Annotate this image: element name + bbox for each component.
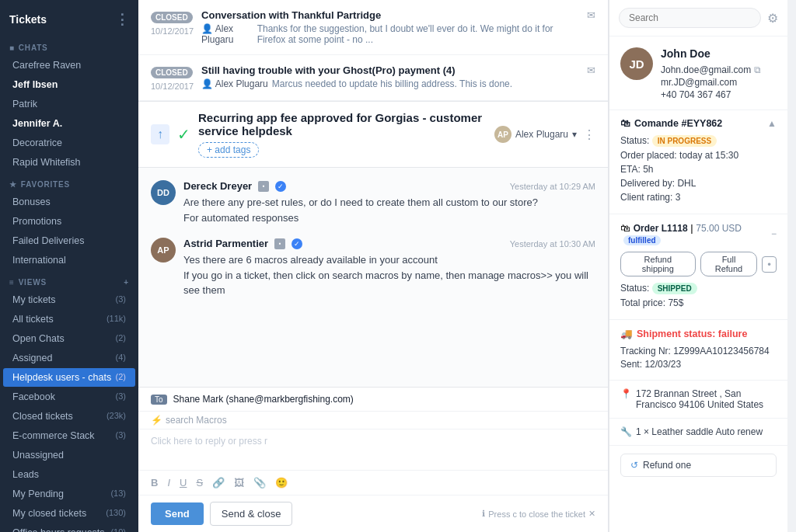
- bold-icon[interactable]: B: [151, 477, 158, 489]
- sidebar-header: Tickets ⋮: [0, 0, 138, 36]
- info-icon: ℹ: [482, 509, 485, 519]
- sidebar-view-item[interactable]: Office hours requests(10): [3, 523, 135, 532]
- refund-one-button[interactable]: ↺ Refund one: [620, 454, 777, 477]
- sent-field: Sent: 12/03/23: [620, 359, 777, 370]
- message-text: Are there any pre-set rules, or do I nee…: [183, 195, 595, 225]
- right-search: ⚙: [609, 0, 787, 37]
- chat-area: ↑ ✓ Recurring app fee approved for Gorgi…: [138, 102, 608, 532]
- italic-icon[interactable]: I: [167, 477, 170, 489]
- search-input[interactable]: [619, 8, 761, 28]
- address-text: 📍 172 Brannan Street , San Francisco 941…: [620, 388, 777, 410]
- sidebar-chat-item[interactable]: Patrik: [3, 95, 135, 113]
- sidebar-view-count: (3): [116, 294, 126, 304]
- compose-toolbar: B I U S 🔗 🖼 📎 🙂: [138, 470, 608, 495]
- sidebar-view-item[interactable]: My tickets(3): [3, 290, 135, 309]
- add-view-icon[interactable]: +: [124, 278, 129, 287]
- compose-to: To Shane Mark (shane@markbergfishing.com…: [138, 388, 608, 412]
- message-name: Astrid Parmentier: [183, 238, 268, 249]
- sidebar-chat-item[interactable]: Carefree Raven: [3, 56, 135, 75]
- link-icon[interactable]: 🔗: [212, 477, 225, 489]
- sidebar-favorite-item[interactable]: International: [3, 251, 135, 269]
- macros-search-label: search Macros: [166, 415, 227, 426]
- shipment-section: 🚚 Shipment status: failure Tracking Nr: …: [609, 320, 787, 381]
- copy-icon[interactable]: ⧉: [754, 64, 761, 75]
- sidebar-favorite-item[interactable]: Failed Deliveries: [3, 231, 135, 250]
- sidebar-chat-item[interactable]: Jeff Ibsen: [3, 75, 135, 94]
- ticket-status-badge: CLOSED: [151, 12, 193, 23]
- views-list: My tickets(3)All tickets(11k)Open Chats(…: [0, 290, 138, 532]
- message-avatar: AP: [151, 238, 176, 263]
- ticket-preview: Thanks for the suggestion, but I doubt w…: [257, 23, 579, 45]
- sidebar: Tickets ⋮ ■ CHATS Carefree RavenJeff Ibs…: [0, 0, 138, 532]
- sidebar-view-item[interactable]: My closed tickets(130): [3, 504, 135, 523]
- order1-header[interactable]: 🛍 Comande #EYY862 ▲: [620, 118, 777, 129]
- message-time: Yesterday at 10:30 AM: [510, 239, 595, 249]
- sidebar-view-count: (130): [106, 508, 126, 517]
- add-tags-button[interactable]: + add tags: [198, 142, 259, 158]
- sidebar-view-item[interactable]: Leads: [3, 465, 135, 484]
- full-refund-button[interactable]: Full Refund: [700, 252, 758, 276]
- sidebar-view-item[interactable]: All tickets(11k): [3, 310, 135, 329]
- ticket-title: Conversation with Thankful Partridge: [201, 9, 579, 21]
- assigned-user[interactable]: AP Alex Plugaru ▾: [494, 126, 577, 143]
- ticket-item[interactable]: CLOSED 10/12/2017 Still having trouble w…: [138, 55, 608, 101]
- compose-footer: Send Send & close ℹ Press c to close the…: [138, 495, 608, 532]
- sidebar-view-item[interactable]: Closed tickets(23k): [3, 407, 135, 426]
- sidebar-menu-icon[interactable]: ⋮: [115, 11, 129, 28]
- close-button[interactable]: ✕: [588, 509, 595, 519]
- sidebar-view-item[interactable]: Open Chats(2): [3, 329, 135, 348]
- sidebar-favorite-item[interactable]: Bonuses: [3, 193, 135, 211]
- refund-shipping-button[interactable]: Refund shipping: [620, 252, 696, 276]
- verified-icon: ✓: [292, 238, 302, 249]
- chats-icon: ■: [9, 43, 15, 52]
- order2-section: 🛍 Order L1118 | 75.00 USD fulfilled − Re…: [609, 214, 787, 320]
- emoji-icon[interactable]: 🙂: [275, 477, 288, 489]
- sidebar-view-item[interactable]: Assigned(4): [3, 349, 135, 367]
- refund-one-section: ↺ Refund one: [609, 446, 787, 485]
- order2-status-badge: Shipped: [652, 283, 697, 294]
- sidebar-view-count: (23k): [106, 411, 126, 420]
- sidebar-chat-item[interactable]: Decoratrice: [3, 134, 135, 152]
- sidebar-chat-item[interactable]: Rapid Whitefish: [3, 153, 135, 172]
- right-panel: ⚙ JD John Doe John.doe@gmail.com ⧉ mr.JD…: [609, 0, 787, 532]
- sidebar-view-item[interactable]: Unassigned: [3, 446, 135, 464]
- sidebar-chat-item[interactable]: Jennifer A.: [3, 114, 135, 133]
- sidebar-view-count: (2): [116, 372, 126, 381]
- refund-more-button[interactable]: •: [762, 256, 777, 273]
- check-icon: ✓: [177, 125, 190, 144]
- message-text: Yes there are 6 macros already available…: [183, 252, 595, 298]
- user-phone: +40 704 367 467: [661, 89, 777, 100]
- user-email1: John.doe@gmail.com ⧉: [661, 64, 777, 75]
- image-icon[interactable]: 🖼: [234, 477, 244, 489]
- order1-status: Status: IN PROGRESS: [620, 135, 777, 147]
- compose-reply-hint[interactable]: Click here to reply or press r: [138, 429, 608, 470]
- star-icon: ★: [9, 180, 17, 189]
- order1-delivered: Delivered by: DHL: [620, 178, 777, 189]
- chevron-down-icon: ▾: [572, 129, 577, 140]
- user-card: JD John Doe John.doe@gmail.com ⧉ mr.JD@g…: [609, 37, 787, 110]
- ticket-date: 10/12/2017: [151, 26, 194, 36]
- sidebar-favorite-item[interactable]: Promotions: [3, 212, 135, 231]
- sidebar-view-item[interactable]: Facebook(3): [3, 388, 135, 406]
- product-text: 🔧 1 × Leather saddle Auto renew: [620, 426, 777, 437]
- gear-icon[interactable]: ⚙: [767, 11, 778, 26]
- underline-icon[interactable]: U: [180, 477, 187, 489]
- user-email2: mr.JD@gmail.com: [661, 77, 777, 88]
- app-title: Tickets: [9, 13, 47, 26]
- sidebar-view-item[interactable]: My Pending(13): [3, 485, 135, 503]
- order1-chevron[interactable]: ▲: [767, 118, 777, 129]
- order2-tag: fulfilled: [623, 235, 661, 245]
- strikethrough-icon[interactable]: S: [196, 477, 203, 489]
- send-close-button[interactable]: Send & close: [210, 502, 293, 526]
- order1-placed: Order placed: today at 15:30: [620, 150, 777, 161]
- sidebar-view-item[interactable]: E-commerce Stack(3): [3, 426, 135, 445]
- ticket-item[interactable]: CLOSED 10/12/2017 Conversation with Than…: [138, 0, 608, 55]
- chat-menu-dots[interactable]: ⋮: [583, 127, 595, 142]
- attachment-icon[interactable]: 📎: [253, 477, 266, 489]
- send-button[interactable]: Send: [151, 502, 204, 525]
- user-info: John Doe John.doe@gmail.com ⧉ mr.JD@gmai…: [661, 47, 777, 102]
- upload-button[interactable]: ↑: [151, 124, 169, 144]
- order1-status-badge: IN PROGRESS: [652, 135, 717, 147]
- order2-chevron[interactable]: −: [771, 228, 777, 239]
- sidebar-view-item[interactable]: Helpdesk users - chats(2): [3, 368, 135, 387]
